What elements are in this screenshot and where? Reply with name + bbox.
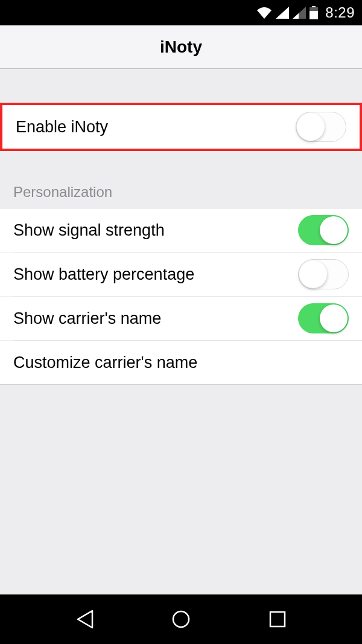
svg-rect-4 — [270, 612, 285, 626]
enable-inoty-label: Enable iNoty — [16, 118, 108, 137]
customize-carrier-label: Customize carrier's name — [13, 353, 197, 372]
show-carrier-label: Show carrier's name — [13, 309, 161, 328]
toggle-knob — [299, 260, 327, 288]
svg-point-3 — [173, 611, 189, 627]
personalization-header: Personalization — [0, 151, 362, 208]
show-signal-toggle[interactable] — [298, 215, 349, 245]
enable-inoty-row[interactable]: Enable iNoty — [2, 105, 360, 149]
show-battery-row[interactable]: Show battery percentage — [0, 253, 362, 296]
enable-inoty-toggle[interactable] — [296, 112, 346, 142]
show-battery-toggle[interactable] — [298, 259, 349, 289]
signal-icon-1 — [276, 7, 289, 19]
show-carrier-toggle[interactable] — [298, 303, 349, 333]
battery-icon — [310, 6, 318, 19]
settings-content: Enable iNoty Personalization Show signal… — [0, 103, 362, 385]
signal-icon-2 — [293, 7, 306, 19]
toggle-knob — [297, 113, 325, 141]
svg-rect-0 — [312, 6, 316, 7]
status-bar: 8:29 — [0, 0, 362, 25]
toggle-knob — [320, 304, 348, 332]
show-signal-row[interactable]: Show signal strength — [0, 208, 362, 252]
nav-back-button[interactable] — [72, 607, 97, 631]
show-carrier-row[interactable]: Show carrier's name — [0, 297, 362, 340]
app-header: iNoty — [0, 25, 362, 69]
nav-recent-button[interactable] — [265, 607, 290, 631]
wifi-icon — [256, 7, 272, 19]
svg-rect-2 — [310, 11, 318, 19]
show-battery-label: Show battery percentage — [13, 265, 194, 284]
nav-home-button[interactable] — [169, 607, 193, 631]
status-time: 8:29 — [325, 4, 355, 21]
app-title: iNoty — [160, 37, 202, 57]
personalization-group: Show signal strength Show battery percen… — [0, 208, 362, 385]
customize-carrier-row[interactable]: Customize carrier's name — [0, 341, 362, 384]
show-signal-label: Show signal strength — [13, 221, 165, 240]
nav-bar — [0, 594, 362, 644]
toggle-knob — [320, 216, 348, 244]
enable-row-highlight: Enable iNoty — [0, 103, 362, 151]
